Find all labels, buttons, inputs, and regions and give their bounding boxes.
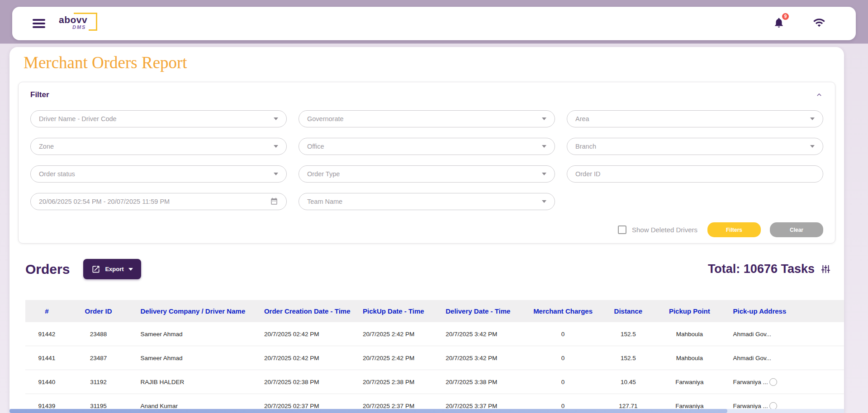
table-row[interactable]: 9144223488Sameer Ahmad20/7/2025 02:42 PM… xyxy=(25,322,844,346)
column-header: Distance xyxy=(600,307,657,315)
table-cell: 20/7/2025 02:37 PM xyxy=(259,403,359,409)
app-logo[interactable]: abovv DMS xyxy=(59,14,98,33)
table-cell: 20/7/2025 02:38 PM xyxy=(259,379,359,385)
filter-field-governorate[interactable]: Governorate xyxy=(299,110,555,127)
chevron-down-icon xyxy=(274,173,278,175)
clear-button[interactable]: Clear xyxy=(770,222,823,237)
field-placeholder: Team Name xyxy=(307,198,342,205)
orders-table: #Order IDDelivery Company / Driver NameO… xyxy=(25,300,844,413)
table-cell: 20/7/2025 2:38 PM xyxy=(359,379,440,385)
filter-panel-title: Filter xyxy=(30,90,49,99)
chevron-down-icon xyxy=(542,145,546,148)
table-cell: 23488 xyxy=(68,331,129,338)
main-content-card: Merchant Orders Report Filter Driver Nam… xyxy=(9,47,844,413)
export-button[interactable]: Export xyxy=(83,259,141,279)
chevron-down-icon xyxy=(128,268,133,271)
filter-field-zone[interactable]: Zone xyxy=(30,138,287,155)
table-cell: 10.45 xyxy=(600,379,657,385)
table-cell: 20/7/2025 2:42 PM xyxy=(359,355,440,361)
table-cell: Sameer Ahmad xyxy=(128,355,258,361)
menu-icon[interactable] xyxy=(33,19,45,28)
show-deleted-checkbox[interactable] xyxy=(618,225,626,234)
table-cell: 91439 xyxy=(25,403,68,409)
column-header: PickUp Date - Time xyxy=(359,307,440,315)
column-header: Order Creation Date - Time xyxy=(259,307,359,315)
table-cell: 0 xyxy=(526,331,600,338)
table-cell: 20/7/2025 3:37 PM xyxy=(440,403,526,409)
table-cell: 152.5 xyxy=(600,355,657,361)
chevron-down-icon xyxy=(810,117,815,120)
collapse-chevron-up-icon[interactable] xyxy=(815,91,823,99)
table-cell: 127.71 xyxy=(600,403,657,409)
horizontal-scrollbar[interactable] xyxy=(9,409,844,413)
table-cell: Sameer Ahmad xyxy=(128,331,258,338)
connection-status-button[interactable] xyxy=(813,16,825,31)
filters-button[interactable]: Filters xyxy=(707,222,761,237)
field-placeholder: Area xyxy=(575,115,589,122)
table-cell: 23487 xyxy=(68,355,129,361)
field-placeholder: Office xyxy=(307,143,324,150)
logo-text: abovv xyxy=(59,14,87,25)
field-placeholder: Governorate xyxy=(307,115,344,122)
table-cell: Farwaniya xyxy=(657,379,722,385)
table-cell: Farwaniya ... xyxy=(722,402,844,410)
chevron-down-icon xyxy=(810,145,815,148)
notifications-button[interactable]: 9 xyxy=(773,17,785,30)
page-title: Merchant Orders Report xyxy=(24,53,844,72)
table-cell: Ahmadi Gov... xyxy=(722,355,844,361)
filter-field-office[interactable]: Office xyxy=(299,138,555,155)
table-row[interactable]: 9144031192RAJIB HALDER20/7/2025 02:38 PM… xyxy=(25,370,844,394)
column-header: Delivery Date - Time xyxy=(440,307,526,315)
field-placeholder: Order Type xyxy=(307,170,340,178)
table-header-row: #Order IDDelivery Company / Driver NameO… xyxy=(25,300,844,322)
wifi-icon xyxy=(813,16,825,29)
column-header: Merchant Charges xyxy=(526,307,600,315)
table-cell: 91441 xyxy=(25,355,68,361)
app-header: abovv DMS 9 xyxy=(12,7,856,40)
table-cell: 20/7/2025 3:42 PM xyxy=(440,331,526,338)
calendar-icon xyxy=(270,197,278,206)
filter-field-date-range[interactable]: 20/06/2025 02:54 PM - 20/07/2025 11:59 P… xyxy=(30,193,287,210)
table-cell: 31192 xyxy=(68,379,129,385)
table-cell: 152.5 xyxy=(600,331,657,338)
table-row[interactable]: 9144123487Sameer Ahmad20/7/2025 02:42 PM… xyxy=(25,346,844,370)
filter-panel: Filter Driver Name - Driver CodeGovernor… xyxy=(18,82,835,244)
notification-badge: 9 xyxy=(781,12,790,21)
orders-section-title: Orders xyxy=(25,262,70,277)
export-label: Export xyxy=(105,266,123,272)
table-cell: Anand Kumar xyxy=(128,403,258,409)
table-cell: Mahboula xyxy=(657,355,722,361)
filter-field-driver-name-driver-code[interactable]: Driver Name - Driver Code xyxy=(30,110,287,127)
export-icon xyxy=(91,265,100,274)
table-cell: 31195 xyxy=(68,403,129,409)
chevron-down-icon xyxy=(542,173,546,175)
chevron-down-icon xyxy=(542,117,546,120)
table-cell: 20/7/2025 3:38 PM xyxy=(440,379,526,385)
field-placeholder: Branch xyxy=(575,143,596,150)
address-info-icon[interactable] xyxy=(769,378,777,386)
table-cell: RAJIB HALDER xyxy=(128,379,258,385)
address-info-icon[interactable] xyxy=(769,402,777,410)
chevron-down-icon xyxy=(274,145,278,148)
column-header: Order ID xyxy=(68,307,129,315)
table-cell: 20/7/2025 02:42 PM xyxy=(259,331,359,338)
filter-field-order-type[interactable]: Order Type xyxy=(299,165,555,183)
filter-field-order-id[interactable]: Order ID xyxy=(567,165,823,183)
filter-field-area[interactable]: Area xyxy=(567,110,823,127)
filter-field-team-name[interactable]: Team Name xyxy=(299,193,555,210)
column-header: # xyxy=(25,307,68,315)
chevron-down-icon xyxy=(542,200,546,203)
filter-field-branch[interactable]: Branch xyxy=(567,138,823,155)
total-tasks-label: Total: 10676 Tasks xyxy=(708,262,815,276)
column-settings-icon[interactable] xyxy=(821,264,830,274)
column-header: Pick-up Address xyxy=(722,307,844,315)
filter-field-order-status[interactable]: Order status xyxy=(30,165,287,183)
table-cell: 20/7/2025 02:42 PM xyxy=(259,355,359,361)
table-cell: 20/7/2025 2:42 PM xyxy=(359,331,440,338)
field-placeholder: Driver Name - Driver Code xyxy=(39,115,117,122)
filter-fields-grid: Driver Name - Driver CodeGovernorateArea… xyxy=(30,110,823,210)
logo-subtext: DMS xyxy=(72,24,86,30)
table-cell: 20/7/2025 3:42 PM xyxy=(440,355,526,361)
scrollbar-thumb[interactable] xyxy=(9,409,727,413)
table-cell: 20/7/2025 2:37 PM xyxy=(359,403,440,409)
